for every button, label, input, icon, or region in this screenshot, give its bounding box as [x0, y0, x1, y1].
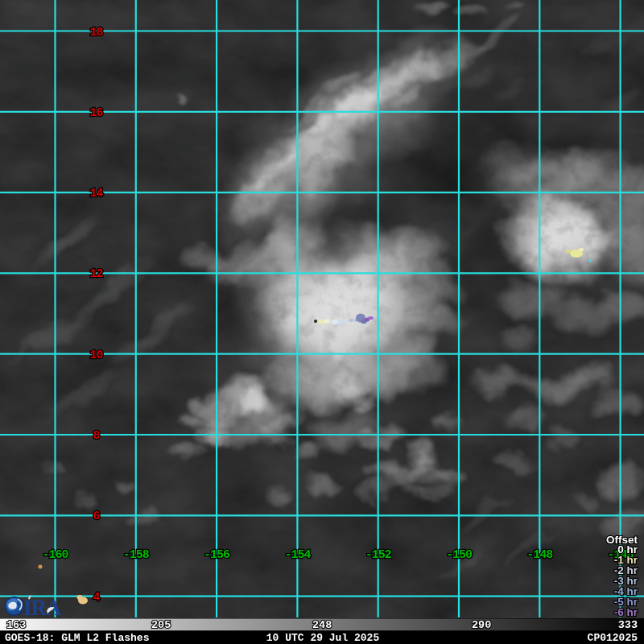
svg-text:CP012025: CP012025 [588, 632, 638, 644]
svg-text:10 UTC 29 Jul 2025: 10 UTC 29 Jul 2025 [266, 632, 380, 644]
svg-text:290: 290 [472, 619, 491, 631]
svg-text:12: 12 [89, 267, 103, 281]
svg-text:10: 10 [89, 349, 103, 362]
svg-text:-160: -160 [42, 548, 68, 562]
svg-text:-6 hr: -6 hr [614, 606, 638, 618]
svg-text:-158: -158 [123, 548, 150, 562]
svg-text:16: 16 [89, 106, 103, 120]
svg-text:248: 248 [312, 619, 332, 631]
svg-text:8: 8 [93, 429, 100, 443]
svg-text:-154: -154 [284, 548, 311, 562]
svg-text:-152: -152 [365, 548, 392, 562]
svg-text:163: 163 [6, 619, 26, 631]
svg-text:-150: -150 [446, 548, 473, 562]
svg-text:6: 6 [93, 510, 100, 523]
svg-text:14: 14 [89, 187, 103, 200]
svg-text:-148: -148 [526, 548, 553, 562]
svg-text:-156: -156 [204, 548, 230, 562]
svg-text:18: 18 [89, 26, 103, 39]
svg-text:4: 4 [93, 591, 100, 605]
svg-text:205: 205 [151, 619, 171, 631]
svg-text:333: 333 [618, 619, 638, 631]
svg-text:GOES-18: GLM L2 Flashes: GOES-18: GLM L2 Flashes [5, 632, 150, 644]
